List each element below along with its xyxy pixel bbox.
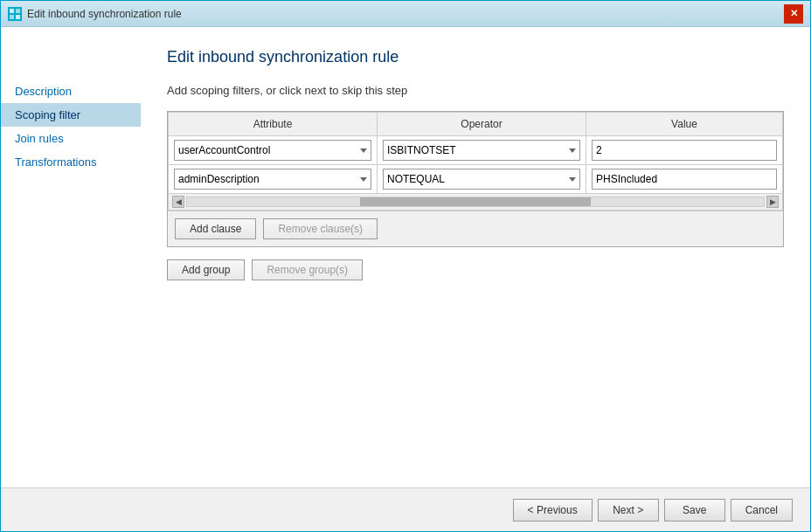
main-window: Edit inbound synchronization rule ✕ Desc… [0, 0, 811, 532]
svg-rect-0 [10, 9, 14, 13]
scroll-left-arrow[interactable]: ◀ [172, 196, 184, 208]
value-input-2[interactable] [592, 169, 777, 190]
value-cell-2 [586, 165, 783, 194]
col-header-value: Value [586, 113, 783, 136]
value-input-1[interactable] [592, 140, 777, 161]
scroll-thumb [360, 197, 591, 206]
group-buttons-area: Add group Remove group(s) [167, 259, 784, 280]
add-group-button[interactable]: Add group [167, 259, 245, 280]
svg-rect-1 [16, 9, 20, 13]
svg-rect-2 [10, 15, 14, 19]
col-header-operator: Operator [378, 113, 586, 136]
attribute-cell-1: userAccountControl adminDescription [169, 136, 378, 165]
scrollbar-row: ◀ ▶ [169, 194, 783, 211]
svg-rect-3 [16, 15, 20, 19]
clause-buttons-area: Add clause Remove clause(s) [168, 211, 783, 246]
operator-select-2[interactable]: ISBITNOTSET NOTEQUAL EQUAL ISNULL ISNOTN… [383, 169, 580, 190]
footer: < Previous Next > Save Cancel [1, 487, 810, 531]
content-area: Description Scoping filter Join rules Tr… [1, 27, 810, 487]
operator-cell-2: ISBITNOTSET NOTEQUAL EQUAL ISNULL ISNOTN… [378, 165, 586, 194]
attribute-select-1[interactable]: userAccountControl adminDescription [174, 140, 371, 161]
filter-table: Attribute Operator Value userAccountCont… [168, 112, 783, 211]
horizontal-scrollbar: ◀ ▶ [172, 196, 779, 208]
title-bar: Edit inbound synchronization rule ✕ [1, 1, 810, 27]
remove-clause-button[interactable]: Remove clause(s) [263, 218, 378, 239]
page-title: Edit inbound synchronization rule [167, 48, 784, 66]
next-button[interactable]: Next > [598, 499, 659, 522]
scroll-track[interactable] [186, 197, 765, 207]
title-bar-left: Edit inbound synchronization rule [8, 7, 182, 21]
app-icon [8, 7, 22, 21]
main-content: Edit inbound synchronization rule Add sc… [141, 27, 810, 487]
table-row: userAccountControl adminDescription ISBI… [169, 165, 783, 194]
remove-group-button[interactable]: Remove group(s) [252, 259, 363, 280]
cancel-button[interactable]: Cancel [731, 499, 793, 522]
title-bar-text: Edit inbound synchronization rule [27, 8, 182, 20]
section-description: Add scoping filters, or click next to sk… [167, 84, 784, 97]
attribute-select-2[interactable]: userAccountControl adminDescription [174, 169, 371, 190]
col-header-attribute: Attribute [169, 113, 378, 136]
filter-table-container: Attribute Operator Value userAccountCont… [167, 111, 784, 247]
sidebar-item-transformations[interactable]: Transformations [1, 150, 141, 174]
attribute-cell-2: userAccountControl adminDescription [169, 165, 378, 194]
add-clause-button[interactable]: Add clause [175, 218, 256, 239]
sidebar-item-description[interactable]: Description [1, 79, 141, 103]
previous-button[interactable]: < Previous [513, 499, 593, 522]
sidebar-item-scoping-filter[interactable]: Scoping filter [1, 103, 141, 127]
scroll-right-arrow[interactable]: ▶ [766, 196, 779, 208]
sidebar-item-join-rules[interactable]: Join rules [1, 127, 141, 150]
save-button[interactable]: Save [664, 499, 725, 522]
operator-cell-1: ISBITNOTSET NOTEQUAL EQUAL ISNULL ISNOTN… [378, 136, 586, 165]
table-row: userAccountControl adminDescription ISBI… [169, 136, 783, 165]
sidebar: Description Scoping filter Join rules Tr… [1, 27, 141, 487]
value-cell-1 [586, 136, 783, 165]
scrollbar-cell: ◀ ▶ [169, 194, 783, 211]
close-button[interactable]: ✕ [784, 4, 803, 24]
operator-select-1[interactable]: ISBITNOTSET NOTEQUAL EQUAL ISNULL ISNOTN… [383, 140, 580, 161]
